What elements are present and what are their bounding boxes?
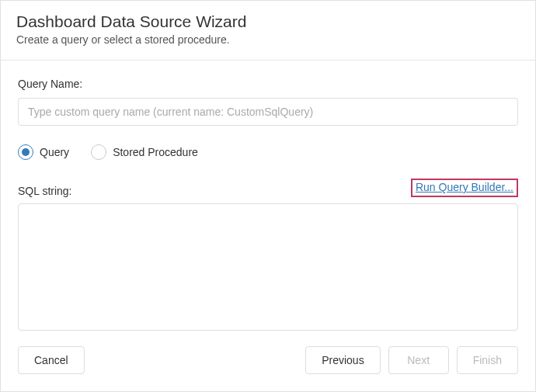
sql-string-textarea[interactable] — [18, 203, 518, 331]
wizard-subtitle: Create a query or select a stored proced… — [16, 33, 520, 46]
cancel-button[interactable]: Cancel — [18, 346, 85, 374]
radio-option-stored-procedure[interactable]: Stored Procedure — [91, 144, 198, 160]
radio-option-query[interactable]: Query — [18, 144, 69, 160]
query-name-input[interactable] — [18, 98, 518, 126]
previous-button[interactable]: Previous — [305, 346, 380, 374]
wizard-footer: Cancel Previous Next Finish — [1, 331, 535, 391]
query-type-radio-group: Query Stored Procedure — [18, 144, 518, 160]
footer-right-group: Previous Next Finish — [305, 346, 518, 374]
finish-button[interactable]: Finish — [457, 346, 518, 374]
run-query-builder-highlight: Run Query Builder... — [411, 179, 518, 197]
radio-dot-icon — [22, 148, 30, 156]
radio-label-query: Query — [40, 146, 69, 158]
radio-icon — [91, 144, 106, 160]
radio-icon — [18, 144, 33, 160]
sql-row: SQL string: Run Query Builder... — [18, 179, 518, 197]
sql-string-label: SQL string: — [18, 185, 72, 197]
next-button[interactable]: Next — [388, 346, 449, 374]
wizard-header: Dashboard Data Source Wizard Create a qu… — [1, 1, 535, 61]
wizard-body: Query Name: Query Stored Procedure SQL s… — [1, 61, 535, 331]
wizard-dialog: Dashboard Data Source Wizard Create a qu… — [0, 0, 536, 392]
radio-label-stored-procedure: Stored Procedure — [113, 146, 198, 158]
wizard-title: Dashboard Data Source Wizard — [16, 12, 520, 31]
run-query-builder-link[interactable]: Run Query Builder... — [416, 181, 513, 193]
query-name-label: Query Name: — [18, 78, 518, 90]
